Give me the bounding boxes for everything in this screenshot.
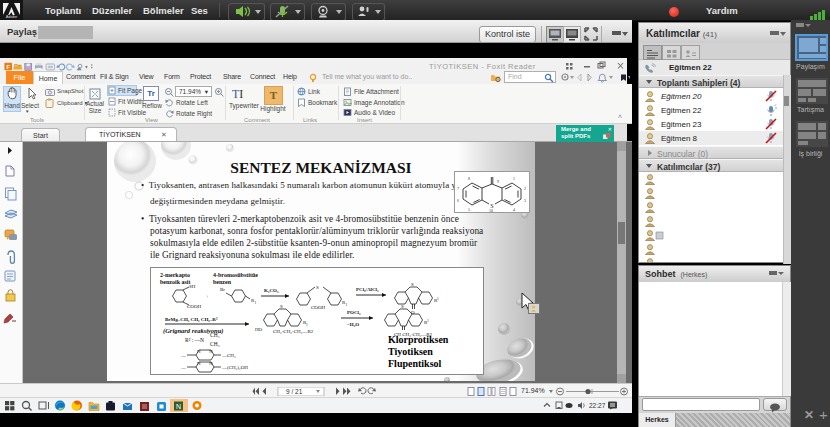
svg-text:+: + <box>206 294 209 299</box>
svg-text:7: 7 <box>457 186 459 191</box>
svg-text:CH₂-CH₂-CH₂—R2: CH₂-CH₂-CH₂—R2 <box>273 329 314 334</box>
svg-text:POCl₃: POCl₃ <box>347 310 361 315</box>
svg-text:—(CH₂)₂OH: —(CH₂)₂OH <box>221 365 248 370</box>
svg-text:N: N <box>197 349 201 354</box>
svg-text:9 / 21: 9 / 21 <box>286 388 303 395</box>
svg-text:benzen: benzen <box>213 279 232 285</box>
svg-text:S: S <box>316 285 319 290</box>
svg-text:benzoik asit: benzoik asit <box>160 279 191 285</box>
svg-text:1: 1 <box>306 323 308 327</box>
svg-text:9: 9 <box>497 179 499 184</box>
svg-text:HO: HO <box>255 327 263 332</box>
svg-text:6: 6 <box>457 198 459 203</box>
svg-text:−H₂O: −H₂O <box>347 322 359 327</box>
svg-text:—CH₃: —CH₃ <box>221 353 236 358</box>
svg-text:S: S <box>280 304 283 309</box>
svg-text:R² : —N: R² : —N <box>185 337 204 343</box>
svg-text:4: 4 <box>513 207 515 212</box>
svg-text:N: N <box>209 361 213 366</box>
svg-text:Tiyotiksen: Tiyotiksen <box>388 346 433 357</box>
svg-text:2-merkapto: 2-merkapto <box>160 272 190 278</box>
svg-text:COOH: COOH <box>187 304 202 309</box>
svg-text:N: N <box>209 349 213 354</box>
svg-text:S: S <box>411 282 414 287</box>
svg-text:1: 1 <box>255 301 257 305</box>
svg-text:8: 8 <box>468 176 470 181</box>
svg-text:Klorprotiksen: Klorprotiksen <box>388 334 449 345</box>
svg-text:1: 1 <box>513 176 515 181</box>
svg-text:CH₃: CH₃ <box>210 341 220 347</box>
svg-text:1: 1 <box>427 319 429 323</box>
svg-text:1: 1 <box>437 297 439 301</box>
svg-text:Br: Br <box>220 287 225 292</box>
svg-text:2: 2 <box>524 186 526 191</box>
svg-text:PCl₅/AlCl₃: PCl₅/AlCl₃ <box>356 287 379 292</box>
svg-text:—: — <box>180 353 187 358</box>
svg-text:3: 3 <box>524 198 526 203</box>
svg-text:1: 1 <box>346 303 348 307</box>
svg-text:F: F <box>6 64 10 70</box>
svg-text:CH₃: CH₃ <box>210 332 220 338</box>
svg-text:N: N <box>197 361 201 366</box>
svg-text:22:27: 22:27 <box>589 402 606 409</box>
svg-text:5: 5 <box>468 207 470 212</box>
svg-text:TİYOTİKSEN - Foxit Reader: TİYOTİKSEN - Foxit Reader <box>429 62 536 71</box>
svg-text:—: — <box>180 365 187 370</box>
svg-text:Adobe: Adobe <box>6 14 18 19</box>
svg-text:K₂CO₃: K₂CO₃ <box>264 288 279 293</box>
svg-text:SH: SH <box>189 284 196 289</box>
svg-text:BrMg–CH₂ CH₂ CH₂–R²: BrMg–CH₂ CH₂ CH₂–R² <box>165 317 218 322</box>
svg-text:Flupentiksol: Flupentiksol <box>388 358 442 369</box>
svg-text:4-bromosübstitüe: 4-bromosübstitüe <box>213 272 258 278</box>
svg-text:S: S <box>401 304 404 309</box>
svg-text:COOH: COOH <box>311 305 326 310</box>
svg-text:N: N <box>176 403 181 410</box>
svg-text:10: 10 <box>489 208 493 212</box>
